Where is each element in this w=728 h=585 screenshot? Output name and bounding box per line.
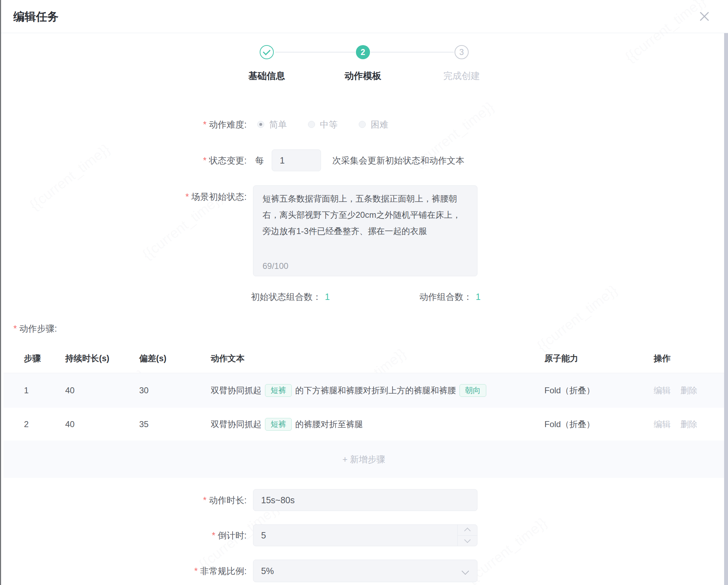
chevron-down-icon — [464, 536, 470, 543]
initial-state-combos-value: 1 — [325, 292, 330, 302]
table-row: 2 40 35 双臂协同抓起 短裤 的裤腰对折至裤腿 Fold（折叠） 编辑 删… — [4, 408, 724, 441]
state-change-suffix: 次采集会更新初始状态和动作文本 — [332, 155, 464, 166]
header-duration: 持续时长(s) — [65, 344, 109, 373]
required-asterisk: * — [185, 192, 189, 202]
required-asterisk: * — [203, 495, 206, 505]
cell-action-text: 双臂协同抓起 短裤 的裤腰对折至裤腿 — [211, 408, 363, 441]
step-connector — [371, 52, 454, 53]
header-actions: 操作 — [654, 344, 671, 373]
step-1-label: 基础信息 — [228, 70, 306, 82]
radio-circle-icon — [359, 121, 366, 128]
orientation-tag: 朝向 — [459, 384, 486, 397]
background-edge — [0, 0, 1, 585]
required-asterisk: * — [203, 119, 206, 129]
action-combos-label: 动作组合数： — [419, 292, 472, 302]
cell-step: 2 — [24, 408, 29, 441]
number-spinner — [457, 525, 477, 546]
chevron-up-icon — [464, 528, 470, 534]
state-change-prefix: 每 — [255, 155, 264, 166]
radio-medium-label: 中等 — [320, 119, 338, 130]
scene-initial-value: 短裤五条数据背面朝上，五条数据正面朝上，裤腰朝右，离头部视野下方至少20cm之外… — [263, 191, 468, 239]
edit-link[interactable]: 编辑 — [654, 419, 671, 430]
steps-table-header: 步骤 持续时长(s) 偏差(s) 动作文本 原子能力 操作 — [4, 344, 724, 373]
cell-actions: 编辑 删除 — [654, 408, 707, 441]
countdown-value: 5 — [261, 530, 266, 541]
cell-duration: 40 — [65, 408, 75, 441]
step-connector — [275, 52, 355, 53]
action-steps-label: *动作步骤: — [13, 323, 57, 334]
scene-initial-textarea[interactable]: 短裤五条数据背面朝上，五条数据正面朝上，裤腰朝右，离头部视野下方至少20cm之外… — [253, 185, 477, 276]
action-duration-label: *动作时长: — [0, 494, 247, 506]
step-1-circle — [260, 45, 274, 59]
dialog-title: 编辑任务 — [13, 9, 58, 25]
add-step-label: + 新增步骤 — [343, 454, 385, 465]
unusual-ratio-value: 5% — [261, 566, 274, 576]
chevron-down-icon — [462, 567, 469, 575]
countdown-label: *倒计时: — [0, 530, 247, 541]
add-step-button[interactable]: + 新增步骤 — [4, 441, 724, 478]
state-change-input[interactable]: 1 — [272, 149, 321, 171]
step-3-number: 3 — [459, 48, 464, 57]
increase-button[interactable] — [458, 525, 477, 536]
table-row: 1 40 30 双臂协同抓起 短裤 的下方裤腿和裤腰对折到上方的裤腿和裤腰 朝向… — [4, 373, 724, 408]
cell-deviation: 30 — [139, 373, 149, 408]
countdown-input[interactable]: 5 — [253, 524, 477, 546]
scrollbar[interactable] — [724, 33, 728, 585]
action-text-part: 双臂协同抓起 — [211, 385, 261, 396]
dialog-header: 编辑任务 — [0, 0, 728, 33]
char-counter: 69/100 — [263, 261, 288, 271]
action-text-part: 的下方裤腿和裤腰对折到上方的裤腿和裤腰 — [295, 385, 456, 396]
step-2-circle: 2 — [356, 45, 370, 59]
action-text-part: 的裤腰对折至裤腿 — [295, 419, 363, 430]
action-text-part: 双臂协同抓起 — [211, 419, 261, 430]
check-icon — [263, 48, 270, 55]
object-tag: 短裤 — [265, 418, 292, 431]
cell-ability: Fold（折叠） — [544, 373, 595, 408]
state-change-label: *状态变更: — [0, 155, 247, 166]
initial-state-combos-label: 初始状态组合数： — [251, 292, 321, 302]
required-asterisk: * — [212, 530, 215, 540]
cell-action-text: 双臂协同抓起 短裤 的下方裤腿和裤腰对折到上方的裤腿和裤腰 朝向 — [211, 373, 490, 408]
step-3-label: 完成创建 — [423, 70, 500, 82]
step-2-label: 动作模板 — [324, 70, 402, 82]
cell-ability: Fold（折叠） — [544, 408, 595, 441]
header-deviation: 偏差(s) — [139, 344, 166, 373]
radio-hard-label: 困难 — [371, 119, 388, 130]
header-ability: 原子能力 — [544, 344, 578, 373]
object-tag: 短裤 — [265, 384, 292, 397]
scene-initial-label: *场景初始状态: — [0, 191, 247, 203]
difficulty-label: *动作难度: — [0, 119, 247, 130]
radio-medium[interactable]: 中等 — [308, 119, 338, 130]
action-duration-input[interactable]: 15s~80s — [253, 489, 477, 511]
action-combos: 动作组合数：1 — [419, 291, 481, 303]
close-button[interactable] — [698, 10, 711, 23]
radio-hard[interactable]: 困难 — [359, 119, 388, 130]
radio-simple-label: 简单 — [269, 119, 287, 130]
delete-link[interactable]: 删除 — [680, 385, 697, 396]
required-asterisk: * — [203, 155, 206, 165]
required-asterisk: * — [194, 566, 198, 576]
header-text: 动作文本 — [211, 344, 245, 373]
unusual-ratio-label: *非常规比例: — [0, 565, 247, 577]
step-2-number: 2 — [361, 48, 365, 57]
state-change-value: 1 — [280, 155, 285, 166]
radio-circle-icon — [308, 121, 315, 128]
cell-duration: 40 — [65, 373, 75, 408]
required-asterisk: * — [13, 324, 17, 333]
edit-link[interactable]: 编辑 — [654, 385, 671, 396]
radio-simple[interactable]: 简单 — [257, 119, 287, 130]
decrease-button[interactable] — [458, 536, 477, 546]
unusual-ratio-select[interactable]: 5% — [253, 560, 477, 582]
action-combos-value: 1 — [476, 292, 481, 302]
header-step: 步骤 — [24, 344, 41, 373]
step-3-circle: 3 — [455, 45, 469, 59]
initial-state-combos: 初始状态组合数：1 — [251, 291, 330, 303]
delete-link[interactable]: 删除 — [680, 419, 697, 430]
cell-deviation: 35 — [139, 408, 149, 441]
action-duration-value: 15s~80s — [261, 495, 295, 505]
cell-step: 1 — [24, 373, 29, 408]
difficulty-radio-group: 简单 中等 困难 — [257, 119, 388, 130]
radio-circle-icon — [257, 121, 264, 128]
cell-actions: 编辑 删除 — [654, 373, 707, 408]
